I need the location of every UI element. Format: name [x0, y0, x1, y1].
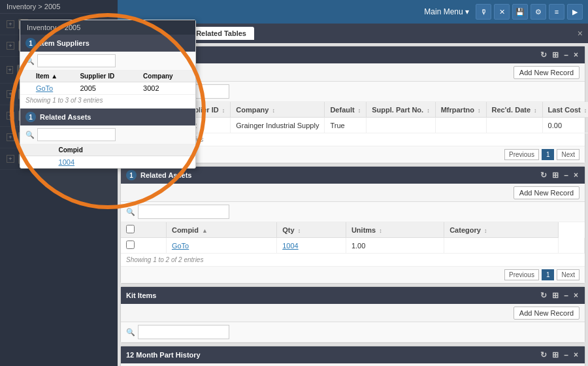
th-default[interactable]: Default ↕	[325, 102, 367, 118]
th-recd-date[interactable]: Rec'd. Date ↕	[486, 102, 542, 118]
expand-icon[interactable]: +	[7, 133, 14, 141]
expand-icon[interactable]: +	[7, 42, 14, 50]
expand-icon[interactable]: +	[7, 90, 14, 98]
grid-btn[interactable]: ⊞	[551, 171, 560, 180]
zoomed-breadcrumb: Inventory > 2005	[20, 20, 195, 35]
zoomed-title: Item Suppliers	[40, 39, 90, 47]
td-unitms	[444, 238, 559, 254]
td-goto[interactable]: GoTo	[166, 238, 276, 254]
th-suppl-part[interactable]: Suppl. Part No. ↕	[367, 102, 435, 118]
close-panel-btn[interactable]: ×	[572, 350, 580, 359]
tab-close-btn[interactable]: ×	[578, 28, 583, 39]
next-btn[interactable]: Next	[557, 149, 580, 160]
th-qty[interactable]: Qty ↕	[277, 222, 346, 238]
table-footer: Showing 1 to 2 of 2 entries	[121, 254, 585, 266]
td-compid[interactable]: 1004	[277, 238, 346, 254]
close-panel-btn[interactable]: ×	[572, 50, 580, 59]
prev-btn[interactable]: Previous	[504, 149, 539, 160]
settings-btn[interactable]: ⚙	[531, 4, 546, 20]
zoomed-related-assets-header: 1 Related Assets	[20, 108, 195, 125]
search-input[interactable]	[37, 128, 116, 141]
compid-link[interactable]: 1004	[59, 158, 74, 166]
page-1-btn[interactable]: 1	[542, 269, 555, 280]
th-last-cost[interactable]: Last Cost ↕	[542, 102, 588, 118]
expand-icon[interactable]: +	[7, 155, 14, 163]
tab-related-tables[interactable]: Related Tables	[188, 27, 254, 40]
minimize-btn[interactable]: –	[563, 291, 570, 300]
compid-link[interactable]: 1004	[282, 242, 298, 250]
expand-icon[interactable]: +	[7, 66, 13, 74]
table-row: GoTo 1004 1.00	[121, 238, 585, 254]
search-icon: 🔍	[126, 208, 135, 216]
panel-actions: ↻ ⊞ – ×	[539, 350, 580, 359]
td-suppl-part	[367, 118, 435, 133]
zoomed-ra-title: Related Assets	[40, 113, 91, 121]
history-title: 12 Month Part History	[126, 351, 201, 359]
main-menu-label[interactable]: Main Menu ▾	[424, 7, 469, 16]
expand-icon[interactable]: +	[7, 112, 14, 120]
td-recd-date	[486, 118, 542, 133]
search-input[interactable]	[138, 325, 229, 339]
td-supplier-id: 3002	[139, 82, 195, 95]
goto-link[interactable]: GoTo	[172, 242, 189, 250]
th-unitms[interactable]: Unitms ↕	[346, 222, 444, 238]
td-company: Grainger Industrial Supply	[231, 118, 325, 133]
related-assets-title: Related Assets	[140, 171, 191, 179]
add-record-button[interactable]: Add New Record	[514, 66, 580, 79]
next-btn[interactable]: Next	[557, 269, 580, 280]
save-btn[interactable]: 💾	[512, 4, 528, 20]
th-compid[interactable]: Compid ▲	[166, 222, 276, 238]
close-panel-btn[interactable]: ×	[572, 291, 580, 300]
panel-actions: ↻ ⊞ – ×	[539, 291, 580, 300]
th-company[interactable]: Company	[139, 71, 195, 82]
zoomed-footer: Showing 1 to 3 of 3 entries	[20, 95, 195, 106]
th-company[interactable]: Company ↕	[231, 102, 325, 118]
goto-link[interactable]: GoTo	[36, 84, 53, 92]
panel-num: 1	[25, 112, 36, 122]
td-checkbox	[121, 238, 166, 254]
search-input[interactable]	[138, 205, 229, 219]
mic-btn[interactable]: 🎙	[476, 4, 491, 20]
search-bar: 🔍	[121, 202, 585, 222]
zoomed-card: Inventory > 2005 1 Item Suppliers 🔍 Item…	[20, 20, 196, 169]
minimize-btn[interactable]: –	[563, 350, 570, 359]
refresh-btn[interactable]: ↻	[539, 50, 548, 59]
pagination: Previous 1 Next	[121, 266, 585, 283]
th-supplier-id[interactable]: Supplier ID	[76, 71, 139, 82]
expand-icon[interactable]: +	[7, 20, 14, 28]
grid-btn[interactable]: ⊞	[551, 291, 560, 300]
table-row: 1004	[20, 156, 195, 169]
app-container: Inventory > 2005 + ⚙ PM + + ☰ Tasks + + …	[0, 0, 588, 366]
menu-btn[interactable]: ≡	[549, 4, 564, 20]
th-category[interactable]: Category ↕	[444, 222, 559, 238]
grid-btn[interactable]: ⊞	[551, 350, 560, 359]
minimize-btn[interactable]: –	[563, 50, 570, 59]
th-item[interactable]: Item ▲	[32, 71, 76, 82]
play-btn[interactable]: ▶	[567, 4, 583, 20]
search-input[interactable]	[37, 54, 116, 67]
td-default: True	[325, 118, 367, 133]
page-1-btn[interactable]: 1	[542, 149, 555, 160]
grid-btn[interactable]: ⊞	[551, 50, 560, 59]
table-header-row: Compid ▲ Qty ↕ Unitms ↕ Category ↕	[121, 222, 585, 238]
close-panel-btn[interactable]: ×	[572, 171, 580, 180]
table-row: GoTo 2005 3002	[20, 82, 195, 95]
row-checkbox[interactable]	[126, 241, 135, 249]
search-icon: 🔍	[25, 131, 35, 139]
th-compid[interactable]: Compid	[55, 144, 195, 156]
td-category	[558, 238, 584, 254]
kit-items-title: Kit Items	[126, 291, 156, 299]
search-bar: 🔍	[121, 322, 585, 342]
th-mfrpartno[interactable]: Mfrpartno ↕	[435, 102, 486, 118]
minimize-btn[interactable]: –	[563, 171, 570, 180]
refresh-btn[interactable]: ↻	[539, 171, 548, 180]
related-assets-toolbar: Add New Record	[121, 184, 585, 202]
refresh-btn[interactable]: ↻	[539, 291, 548, 300]
refresh-btn[interactable]: ↻	[539, 350, 548, 359]
related-assets-table: Compid ▲ Qty ↕ Unitms ↕ Category ↕ GoTo …	[121, 222, 585, 254]
prev-btn[interactable]: Previous	[504, 269, 539, 280]
select-all[interactable]	[126, 225, 135, 233]
add-record-button[interactable]: Add New Record	[514, 307, 580, 320]
add-record-button[interactable]: Add New Record	[514, 186, 580, 199]
close-btn[interactable]: ✕	[494, 4, 510, 20]
